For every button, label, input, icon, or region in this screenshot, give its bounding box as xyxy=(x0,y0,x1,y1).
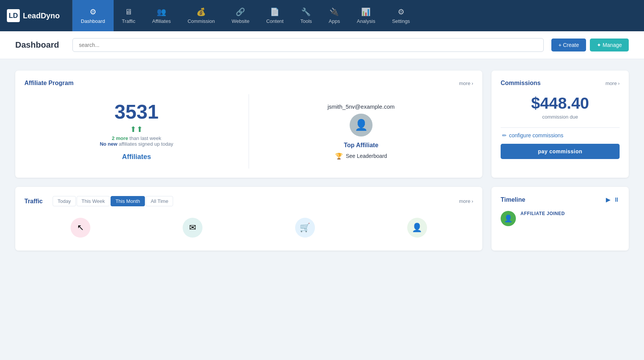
header-actions: + Create ✦ Manage xyxy=(551,39,629,51)
timeline-event-label: AFFILIATE JOINED xyxy=(520,211,565,216)
traffic-title: Traffic xyxy=(24,198,43,205)
nav-label-content: Content xyxy=(266,18,284,24)
top-affiliate-email: jsmith_5nv@example.com xyxy=(328,103,395,110)
affiliate-left-panel: 3531 ⬆⬆ 2 more than last week No new aff… xyxy=(24,94,249,169)
nav-item-settings[interactable]: ⚙ Settings xyxy=(384,0,418,31)
configure-commissions-link[interactable]: ✏ configure commissions xyxy=(501,132,620,138)
stat-no-new-text: No new affiliates signed up today xyxy=(100,141,173,147)
affiliate-program-card: Affiliate Program more › 3531 ⬆⬆ 2 more … xyxy=(15,71,482,178)
period-tabs: Today This Week This Month All Time xyxy=(53,196,173,206)
logo-text: LeadDyno xyxy=(23,11,60,20)
nav-item-dashboard[interactable]: ⚙ Dashboard xyxy=(72,0,114,31)
logo[interactable]: LD LeadDyno xyxy=(0,0,72,31)
pay-commission-button[interactable]: pay commission xyxy=(501,144,620,159)
bottom-row: Traffic Today This Week This Month All T… xyxy=(15,187,629,251)
nav-label-settings: Settings xyxy=(392,18,410,24)
leaderboard-link[interactable]: 🏆 See Leaderboard xyxy=(335,153,387,160)
affiliate-more-link[interactable]: more › xyxy=(459,80,473,86)
nav-item-website[interactable]: 🔗 Website xyxy=(223,0,258,31)
commission-amount: $448.40 xyxy=(501,94,620,112)
traffic-header: Traffic Today This Week This Month All T… xyxy=(24,196,473,206)
nav-label-dashboard: Dashboard xyxy=(81,18,105,24)
content-icon: 📄 xyxy=(270,7,279,16)
period-this-month[interactable]: This Month xyxy=(111,196,145,206)
nav-label-traffic: Traffic xyxy=(122,18,135,24)
affiliate-card-title: Affiliate Program xyxy=(24,80,74,87)
nav-label-website: Website xyxy=(231,18,249,24)
timeline-avatar: 👤 xyxy=(501,211,516,226)
analysis-icon: 📊 xyxy=(361,7,371,16)
nav-item-commission[interactable]: 💰 Commission xyxy=(179,0,223,31)
period-all-time[interactable]: All Time xyxy=(146,196,173,206)
affiliate-right-panel: jsmith_5nv@example.com 👤 Top Affiliate 🏆… xyxy=(249,94,473,169)
nav-label-tools: Tools xyxy=(300,18,312,24)
commissions-card: Commissions more › $448.40 commission du… xyxy=(491,71,629,178)
affiliate-content: 3531 ⬆⬆ 2 more than last week No new aff… xyxy=(24,94,473,169)
apps-icon: 🔌 xyxy=(329,7,339,16)
traffic-more-link[interactable]: more › xyxy=(459,198,473,204)
timeline-controls: ▶ ⏸ xyxy=(606,196,620,203)
divider xyxy=(501,127,620,128)
main-content: Affiliate Program more › 3531 ⬆⬆ 2 more … xyxy=(0,59,644,262)
traffic-card: Traffic Today This Week This Month All T… xyxy=(15,187,482,251)
timeline-card: Timeline ▶ ⏸ 👤 AFFILIATE JOINED xyxy=(491,187,629,251)
affiliate-count: 3531 xyxy=(114,102,159,122)
avatar: 👤 xyxy=(350,114,373,137)
website-icon: 🔗 xyxy=(236,7,245,16)
stat-more-text: 2 more than last week xyxy=(112,135,161,141)
leaderboard-text: See Leaderboard xyxy=(346,153,387,159)
nav-item-tools[interactable]: 🔧 Tools xyxy=(292,0,320,31)
timeline-pause-button[interactable]: ⏸ xyxy=(613,196,620,203)
timeline-item: 👤 AFFILIATE JOINED xyxy=(501,211,620,226)
traffic-icon-cart: 🛒 xyxy=(295,218,315,238)
edit-icon: ✏ xyxy=(502,132,507,138)
commissions-more-link[interactable]: more › xyxy=(605,80,620,86)
configure-label: configure commissions xyxy=(509,132,563,138)
up-trend-icon: ⬆⬆ xyxy=(130,125,143,134)
nav-item-content[interactable]: 📄 Content xyxy=(258,0,292,31)
nav-item-analysis[interactable]: 📊 Analysis xyxy=(348,0,384,31)
nav-item-traffic[interactable]: 🖥 Traffic xyxy=(114,0,144,31)
nav-item-affiliates[interactable]: 👥 Affiliates xyxy=(144,0,179,31)
period-this-week[interactable]: This Week xyxy=(77,196,110,206)
commissions-title: Commissions xyxy=(501,80,541,87)
page-header: Dashboard + Create ✦ Manage xyxy=(0,31,644,59)
top-affiliate-label: Top Affiliate xyxy=(344,142,379,149)
commissions-card-header: Commissions more › xyxy=(501,80,620,87)
page-title: Dashboard xyxy=(15,40,65,50)
traffic-icon-cursor: ↖ xyxy=(71,218,90,238)
affiliates-link[interactable]: Affiliates xyxy=(122,153,151,161)
affiliate-card-header: Affiliate Program more › xyxy=(24,80,473,87)
traffic-icon-person: 👤 xyxy=(407,218,427,238)
settings-icon: ⚙ xyxy=(398,7,405,16)
tools-icon: 🔧 xyxy=(301,7,311,16)
commission-due-label: commission due xyxy=(501,114,620,120)
nav-label-analysis: Analysis xyxy=(357,18,375,24)
person-icon: 👤 xyxy=(407,218,427,238)
dashboard-icon: ⚙ xyxy=(90,7,96,16)
nav-label-apps: Apps xyxy=(329,18,340,24)
timeline-item-content: AFFILIATE JOINED xyxy=(520,211,565,216)
traffic-icons: ↖ ✉ 🛒 👤 xyxy=(24,214,473,241)
nav-label-affiliates: Affiliates xyxy=(152,18,171,24)
timeline-header: Timeline ▶ ⏸ xyxy=(501,196,620,203)
period-today[interactable]: Today xyxy=(53,196,76,206)
search-input[interactable] xyxy=(72,38,544,52)
nav-item-apps[interactable]: 🔌 Apps xyxy=(320,0,348,31)
traffic-icon: 🖥 xyxy=(125,8,132,16)
manage-button[interactable]: ✦ Manage xyxy=(590,39,629,51)
timeline-title: Timeline xyxy=(501,196,525,203)
top-navigation: LD LeadDyno ⚙ Dashboard 🖥 Traffic 👥 Affi… xyxy=(0,0,644,31)
top-row: Affiliate Program more › 3531 ⬆⬆ 2 more … xyxy=(15,71,629,178)
nav-label-commission: Commission xyxy=(188,18,215,24)
trophy-icon: 🏆 xyxy=(335,153,343,160)
affiliates-nav-icon: 👥 xyxy=(157,7,166,16)
commission-icon: 💰 xyxy=(196,7,206,16)
timeline-play-button[interactable]: ▶ xyxy=(606,196,610,203)
nav-items: ⚙ Dashboard 🖥 Traffic 👥 Affiliates 💰 Com… xyxy=(72,0,644,31)
email-icon: ✉ xyxy=(183,218,202,238)
logo-icon: LD xyxy=(7,9,20,22)
create-button[interactable]: + Create xyxy=(551,39,586,51)
cart-icon: 🛒 xyxy=(295,218,315,238)
cursor-icon: ↖ xyxy=(71,218,90,238)
